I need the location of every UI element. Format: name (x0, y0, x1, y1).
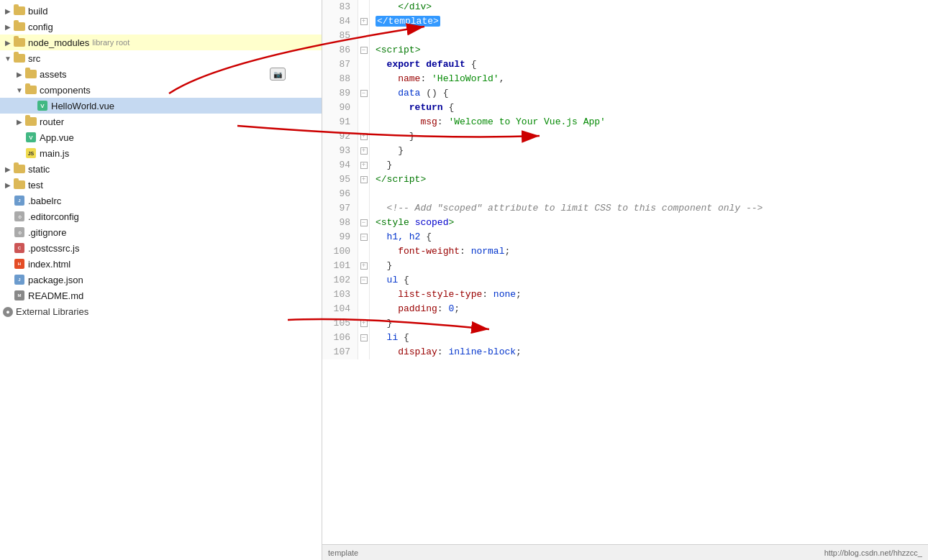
token: list-style-type (398, 289, 482, 300)
fold-gutter[interactable] (358, 302, 370, 316)
vue-icon-appvue: V (24, 132, 37, 143)
tree-item-node-modules[interactable]: node_modules library root (0, 35, 322, 50)
label-appvue: App.vue (40, 132, 74, 143)
label-editorconfig: .editorconfig (28, 211, 79, 222)
line-number: 93 (322, 144, 358, 158)
file-tree[interactable]: build config node_modules library root s… (0, 0, 322, 560)
token: none (493, 289, 516, 300)
fold-button[interactable]: − (360, 47, 368, 54)
fold-gutter[interactable]: − (358, 43, 370, 58)
fold-gutter[interactable]: − (358, 86, 370, 101)
fold-gutter[interactable]: + (358, 259, 370, 273)
fold-gutter[interactable]: + (358, 316, 370, 331)
token (376, 102, 409, 113)
fold-gutter[interactable] (358, 58, 370, 72)
label-readme: README.md (28, 290, 83, 301)
tree-item-editorconfig[interactable]: ⚙ .editorconfig (0, 208, 322, 224)
label-gitignore: .gitignore (28, 227, 66, 238)
token (376, 88, 398, 98)
token: padding (398, 303, 437, 314)
fold-button[interactable]: + (360, 162, 368, 169)
fold-gutter[interactable] (358, 72, 370, 86)
token: : (482, 289, 493, 300)
fold-gutter[interactable] (358, 0, 370, 14)
code-editor: 83 </div>84+</template>8586−<script>87 e… (322, 0, 928, 560)
tree-item-config[interactable]: config (0, 19, 322, 35)
token: ; (516, 346, 522, 357)
arrow-indexhtml (3, 259, 13, 269)
external-libraries[interactable]: ● External Libraries (0, 303, 322, 320)
fold-gutter[interactable] (358, 288, 370, 302)
tree-item-static[interactable]: static (0, 161, 322, 177)
token: ; (454, 303, 460, 314)
fold-gutter[interactable] (358, 101, 370, 115)
token (376, 303, 398, 314)
fold-button[interactable]: − (360, 334, 368, 341)
fold-button[interactable]: − (360, 219, 368, 226)
fold-gutter[interactable]: + (358, 144, 370, 158)
tree-item-components[interactable]: components (0, 82, 322, 98)
fold-button[interactable]: + (360, 262, 368, 270)
fold-gutter[interactable] (358, 187, 370, 201)
fold-gutter[interactable] (358, 29, 370, 43)
tree-item-mainjs[interactable]: JS main.js (0, 145, 322, 161)
fold-gutter[interactable] (358, 201, 370, 216)
fold-gutter[interactable]: − (358, 331, 370, 345)
fold-button[interactable]: + (360, 176, 368, 183)
ext-lib-icon: ● (3, 307, 13, 317)
tree-item-readme[interactable]: M README.md (0, 288, 322, 303)
tree-item-babelrc[interactable]: J .babelrc (0, 193, 322, 208)
status-bar: template http://blog.csdn.net/hhzzcc_ (322, 544, 928, 560)
code-line-84: 84+</template> (322, 14, 928, 29)
tree-item-src[interactable]: src (0, 50, 322, 66)
fold-gutter[interactable]: − (358, 230, 370, 244)
code-content: export default { (370, 58, 928, 72)
fold-button[interactable]: − (360, 277, 368, 284)
token: , (499, 73, 505, 84)
label-static: static (28, 164, 50, 175)
fold-gutter[interactable]: + (358, 173, 370, 187)
fold-gutter[interactable]: − (358, 216, 370, 230)
token (376, 116, 420, 127)
code-line-98: 98−<style scoped> (322, 216, 928, 230)
tree-item-gitignore[interactable]: ⚙ .gitignore (0, 224, 322, 240)
tree-item-packagejson[interactable]: J package.json (0, 272, 322, 288)
line-number: 99 (322, 230, 358, 244)
tree-item-helloworld[interactable]: V HelloWorld.vue (0, 98, 322, 114)
tree-item-build[interactable]: build (0, 3, 322, 19)
fold-gutter[interactable] (358, 345, 370, 359)
tree-item-test[interactable]: test (0, 177, 322, 193)
token: > (426, 1, 432, 12)
tree-item-postcssrc[interactable]: C .postcssrc.js (0, 240, 322, 256)
status-left: template (328, 548, 358, 557)
code-content: name: 'HelloWorld', (370, 72, 928, 86)
fold-button[interactable]: − (360, 90, 368, 97)
token: inline-block (448, 346, 516, 357)
arrow-readme (3, 290, 13, 300)
code-content: } (370, 158, 928, 173)
fold-button[interactable]: − (360, 234, 368, 241)
tree-item-assets[interactable]: assets 📷 (0, 66, 322, 82)
line-number: 102 (322, 273, 358, 288)
fold-gutter[interactable]: + (358, 129, 370, 144)
fold-gutter[interactable]: − (358, 273, 370, 288)
tree-item-appvue[interactable]: V App.vue (0, 129, 322, 145)
fold-gutter[interactable] (358, 115, 370, 129)
tree-item-indexhtml[interactable]: H index.html (0, 256, 322, 272)
code-line-105: 105+ } (322, 316, 928, 331)
fold-gutter[interactable]: + (358, 158, 370, 173)
token: return (409, 102, 443, 113)
token: } (376, 260, 392, 271)
code-content: padding: 0; (370, 302, 928, 316)
token (376, 231, 387, 242)
fold-button[interactable]: + (360, 320, 368, 327)
tree-item-router[interactable]: router (0, 114, 322, 129)
code-line-107: 107 display: inline-block; (322, 345, 928, 359)
fold-gutter[interactable] (358, 244, 370, 259)
fold-button[interactable]: + (360, 133, 368, 140)
arrow-test (3, 180, 13, 190)
fold-gutter[interactable]: + (358, 14, 370, 29)
fold-button[interactable]: + (360, 18, 368, 25)
fold-button[interactable]: + (360, 147, 368, 155)
code-line-93: 93+ } (322, 144, 928, 158)
